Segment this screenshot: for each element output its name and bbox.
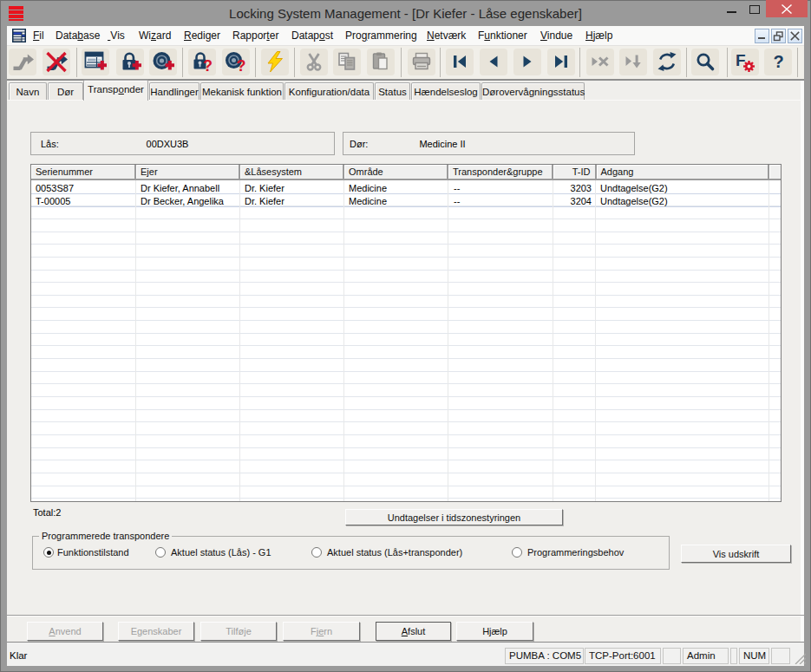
svg-text:?: ? — [774, 52, 784, 71]
svg-text:?: ? — [237, 57, 246, 74]
svg-text:?: ? — [203, 57, 213, 74]
